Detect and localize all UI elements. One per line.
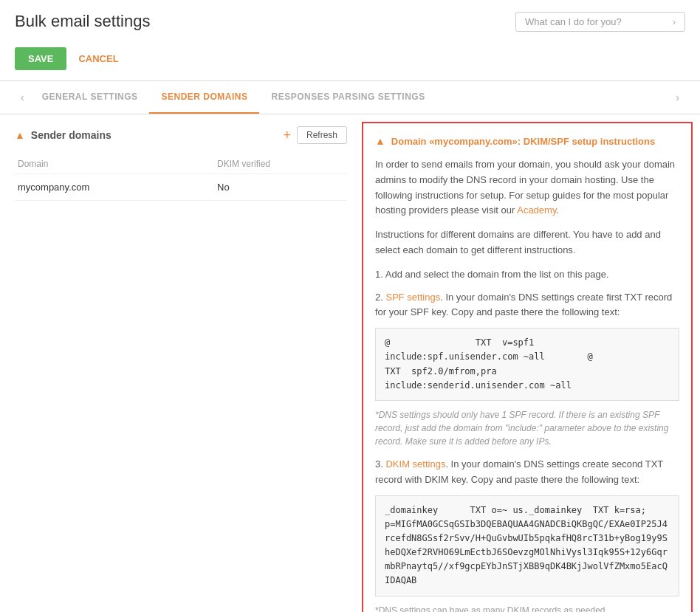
spf-note: *DNS settings should only have 1 SPF rec… [375, 408, 679, 448]
section-toggle-icon[interactable]: ▲ [15, 129, 25, 141]
academy-link[interactable]: Academy [517, 204, 556, 216]
domains-table: Domain DKIM verified mycompany.com No [15, 154, 347, 201]
tab-responses-parsing[interactable]: RESPONSES PARSING SETTINGS [259, 81, 436, 114]
col-header-domain: Domain [15, 154, 214, 174]
tab-general-settings[interactable]: GENERAL SETTINGS [30, 81, 150, 114]
refresh-button[interactable]: Refresh [297, 126, 347, 144]
col-header-dkim: DKIM verified [214, 154, 347, 174]
dkim-link[interactable]: DKIM settings [385, 458, 445, 470]
spf-code-block: @ TXT v=spf1 include:spf.unisender.com ~… [375, 328, 679, 401]
dkim-verified-cell: No [214, 174, 347, 201]
table-row[interactable]: mycompany.com No [15, 174, 347, 201]
step3-text: 3. DKIM settings. In your domain's DNS s… [375, 457, 679, 488]
sender-domains-title: Sender domains [31, 129, 278, 141]
left-panel: ▲ Sender domains + Refresh Domain DKIM v… [0, 114, 362, 612]
intro-text: In order to send emails from your domain… [375, 157, 679, 219]
dkim-code-block: _domainkey TXT o=~ us._domainkey TXT k=r… [375, 495, 679, 596]
tab-sender-domains[interactable]: SENDER DOMAINS [149, 81, 259, 114]
right-panel-toggle-icon[interactable]: ▲ [375, 135, 385, 147]
tabs-next-arrow[interactable]: › [670, 92, 685, 103]
cancel-button[interactable]: CANCEL [78, 53, 118, 64]
search-arrow-icon: › [673, 16, 676, 27]
step2-text: 2. SPF settings. In your domain's DNS se… [375, 290, 679, 321]
instructions-note: Instructions for different domains are d… [375, 227, 679, 258]
search-placeholder: What can I do for you? [525, 16, 673, 27]
right-panel-title: Domain «mycompany.com»: DKIM/SPF setup i… [391, 136, 655, 147]
spf-link[interactable]: SPF settings [385, 292, 440, 303]
add-domain-button[interactable]: + [283, 128, 291, 143]
save-button[interactable]: SAVE [15, 47, 66, 70]
step1-text: 1. Add and select the domain from the li… [375, 267, 679, 283]
tabs-prev-arrow[interactable]: ‹ [15, 92, 30, 103]
dkim-note: *DNS settings can have as many DKIM reco… [375, 604, 679, 612]
right-panel: ▲ Domain «mycompany.com»: DKIM/SPF setup… [362, 122, 693, 612]
domain-cell: mycompany.com [15, 174, 214, 201]
